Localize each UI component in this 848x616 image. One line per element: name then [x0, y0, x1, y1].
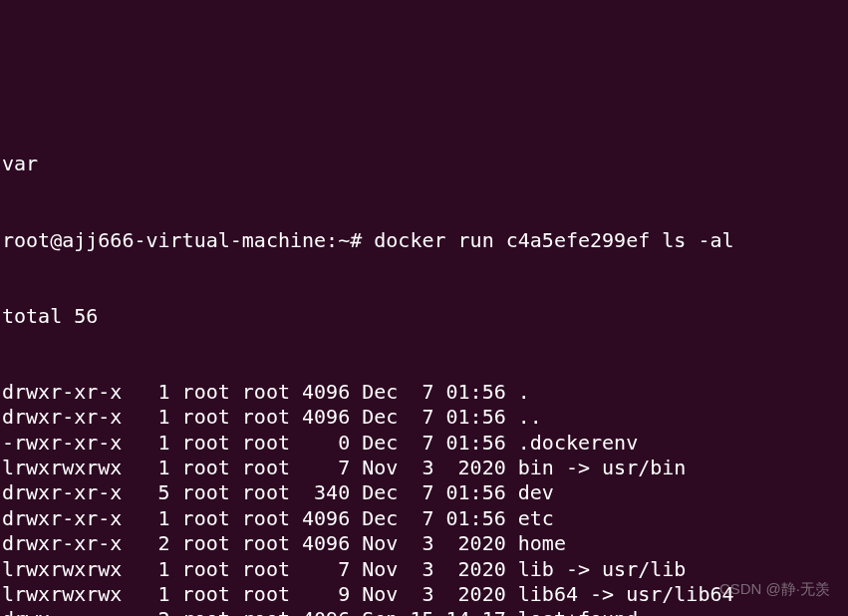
partial-output-line: var — [2, 152, 846, 176]
listing-row: -rwxr-xr-x 1 root root 0 Dec 7 01:56 .do… — [2, 431, 846, 456]
shell-prompt: root@ajj666-virtual-machine:~# — [2, 228, 362, 252]
terminal-window[interactable]: var root@ajj666-virtual-machine:~# docke… — [0, 102, 848, 616]
listing-row: drwx------ 2 root root 4096 Sep 15 14:17… — [2, 607, 846, 616]
listing-row: drwxr-xr-x 1 root root 4096 Dec 7 01:56 … — [2, 405, 846, 430]
command-text: docker run c4a5efe299ef ls -al — [374, 228, 733, 252]
listing-row: drwxr-xr-x 1 root root 4096 Dec 7 01:56 … — [2, 506, 846, 531]
listing-row: drwxr-xr-x 2 root root 4096 Nov 3 2020 h… — [2, 531, 846, 556]
listing-row: drwxr-xr-x 1 root root 4096 Dec 7 01:56 … — [2, 380, 846, 405]
command-line: root@ajj666-virtual-machine:~# docker ru… — [2, 228, 846, 253]
total-line: total 56 — [2, 304, 846, 329]
watermark-text: CSDN @静·无羡 — [719, 579, 830, 598]
listing-row: lrwxrwxrwx 1 root root 7 Nov 3 2020 bin … — [2, 456, 846, 480]
listing-row: drwxr-xr-x 5 root root 340 Dec 7 01:56 d… — [2, 480, 846, 505]
